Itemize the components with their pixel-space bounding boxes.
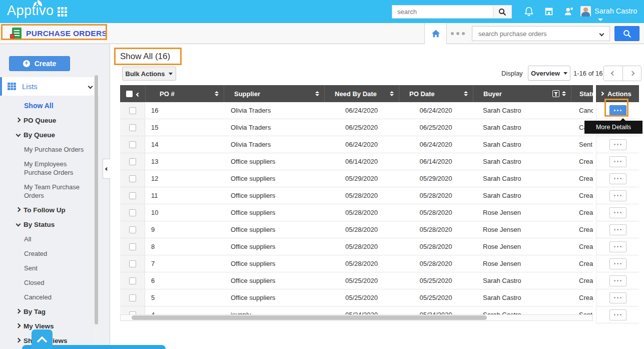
horizontal-scrollbar-thumb[interactable] [132,315,487,320]
row-checkbox[interactable] [129,209,136,216]
more-tabs-icon[interactable] [451,32,465,35]
more-details-button[interactable] [609,258,626,269]
app-title-label: PURCHASE ORDERS [26,29,107,38]
sidebar-item-my-purchase-orders[interactable]: My Purchase Orders [0,142,88,157]
table-row-po-8[interactable]: 8Office suppliers05/28/202005/28/2020Ros… [120,238,593,255]
need-by-date-cell: 05/28/2020 [324,221,399,238]
sidebar-item-created[interactable]: Created [0,246,88,261]
column-header-need-by-date[interactable]: Need By Date [324,85,399,102]
sidebar-scrollbar-thumb[interactable] [95,75,98,324]
sidebar-item-canceled[interactable]: Canceled [0,290,88,304]
more-details-button[interactable] [609,156,626,167]
more-details-button[interactable] [609,224,626,235]
row-checkbox[interactable] [129,141,136,148]
purchase-orders-app-icon [12,28,22,39]
sidebar-item-show-all[interactable]: Show All [0,98,88,113]
sort-icon[interactable] [562,91,566,96]
row-checkbox[interactable] [129,158,136,165]
column-header-supplier[interactable]: Supplier [224,85,324,102]
sort-icon[interactable] [464,91,468,96]
search-options-dropdown[interactable] [593,27,609,41]
select-all-checkbox[interactable] [126,91,133,97]
apptivo-logo[interactable]: Apptivo [7,3,54,19]
prev-page-button[interactable] [604,66,622,81]
row-checkbox[interactable] [129,294,136,301]
more-details-button[interactable] [609,241,626,252]
sidebar-item-all[interactable]: All [0,232,88,246]
sidebar-scrollbar[interactable] [94,75,99,349]
sidebar-item-closed[interactable]: Closed [0,275,88,290]
apps-grid-icon[interactable] [58,7,69,19]
sidebar-item-by-tag[interactable]: By Tag [0,304,88,319]
table-row-po-16[interactable]: 16Olivia Traders06/24/202006/24/2020Sara… [120,102,593,119]
row-checkbox[interactable] [129,192,136,199]
po-date-cell: 06/24/2020 [399,136,473,153]
table-row-po-12[interactable]: 12Office suppliers05/29/202005/29/2020Sa… [120,170,593,187]
referral-user-icon[interactable] [563,6,574,17]
sidebar-item-by-queue[interactable]: By Queue [0,128,88,142]
more-details-button[interactable] [609,173,626,184]
more-details-button[interactable] [609,190,626,201]
po-date-cell: 05/28/2020 [399,187,473,204]
sidebar-collapse-handle[interactable] [103,159,110,179]
column-header-actions[interactable]: Actions [596,85,639,102]
table-row-po-15[interactable]: 15Olivia Traders06/25/202006/25/2020Sara… [120,119,593,136]
column-header-status[interactable]: Status [571,85,593,102]
sidebar-item-my-employees-purchase-orders[interactable]: My Employees Purchase Orders [0,157,88,180]
table-row-po-13[interactable]: 13Office suppliers06/14/202006/14/2020Sa… [120,153,593,170]
more-details-button[interactable] [609,139,626,150]
horizontal-scrollbar[interactable] [120,314,593,321]
sidebar-item-by-status[interactable]: By Status [0,217,88,232]
pagination [603,66,641,81]
sidebar-item-sent[interactable]: Sent [0,261,88,275]
sort-icon[interactable] [390,91,394,96]
supplier-cell: Office suppliers [224,272,324,289]
sidebar-item-to-follow-up[interactable]: To Follow Up [0,203,88,217]
table-row-po-11[interactable]: 11Office suppliers05/28/202005/28/2020Sa… [120,187,593,204]
row-checkbox[interactable] [129,107,136,114]
table-row-po-14[interactable]: 14Olivia Traders06/24/202006/24/2020Sara… [120,136,593,153]
more-details-button[interactable] [609,309,626,320]
bulk-actions-button[interactable]: Bulk Actions [122,67,176,81]
row-checkbox[interactable] [129,260,136,267]
sort-icon[interactable] [215,91,219,96]
table-row-po-5[interactable]: 5Office suppliers05/25/202005/25/2020Sar… [120,289,593,306]
column-header-po-number[interactable]: PO # [145,85,224,102]
table-row-po-9[interactable]: 9Office suppliers05/28/202005/28/2020Ros… [120,221,593,238]
user-avatar[interactable] [580,6,591,17]
row-checkbox[interactable] [129,175,136,182]
create-button[interactable]: + Create [9,56,70,71]
display-view-dropdown[interactable]: Overview [528,66,570,81]
next-page-button[interactable] [622,66,641,81]
user-menu[interactable]: Sarah Castro [594,7,644,23]
more-details-button[interactable] [609,292,626,303]
sidebar-item-my-team-purchase-orders[interactable]: My Team Purchase Orders [0,180,88,203]
more-details-button[interactable] [609,275,626,286]
table-row-po-6[interactable]: 6Office suppliers05/25/202005/25/2020Sar… [120,272,593,289]
column-header-buyer[interactable]: Buyer [473,85,571,102]
store-icon[interactable] [543,6,554,17]
scroll-to-top-button[interactable] [32,329,53,349]
collapse-column-icon[interactable] [137,90,140,98]
row-checkbox[interactable] [129,277,136,284]
global-search-input[interactable] [392,5,493,19]
table-row-po-7[interactable]: 7Office suppliers05/28/202005/28/2020Ros… [120,255,593,272]
row-checkbox[interactable] [129,243,136,250]
more-details-button[interactable] [609,207,626,218]
supplier-cell: Office suppliers [224,221,324,238]
module-search-button[interactable] [614,26,639,41]
sort-icon[interactable] [315,91,319,96]
module-search-input[interactable] [472,27,593,41]
filter-icon[interactable] [552,90,559,97]
sidebar-item-lists[interactable]: Lists [0,77,99,96]
notifications-bell-icon[interactable] [523,6,534,17]
home-tab[interactable] [424,23,447,44]
po-date-cell: 06/14/2020 [399,153,473,170]
more-details-button[interactable] [609,105,626,116]
sidebar-item-po-queue[interactable]: PO Queue [0,113,88,128]
row-checkbox[interactable] [129,226,136,233]
column-header-po-date[interactable]: PO Date [399,85,473,102]
table-row-po-10[interactable]: 10Office suppliers05/28/202005/28/2020Ro… [120,204,593,221]
row-checkbox[interactable] [129,124,136,131]
global-search-button[interactable] [493,5,512,19]
